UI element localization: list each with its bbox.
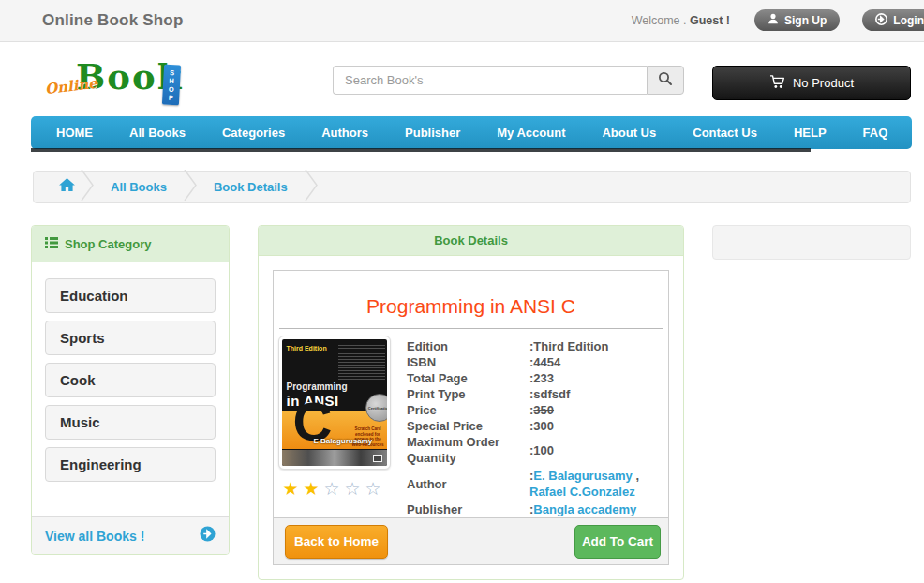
detail-label: Publisher [407, 501, 529, 517]
star-empty-icon: ☆ [345, 479, 365, 499]
category-cook[interactable]: Cook [45, 363, 216, 397]
book-details-header: Book Details [259, 226, 683, 256]
detail-label: Total Page [407, 370, 529, 386]
shop-category-header: Shop Category [32, 226, 229, 262]
detail-row-isbn: ISBN :4454 [407, 354, 661, 370]
add-to-cart-button[interactable]: Add To Cart [574, 525, 661, 559]
monitor-icon [373, 455, 382, 462]
nav-item-faq[interactable]: FAQ [850, 116, 902, 149]
detail-value-text: Third Edition [533, 339, 608, 353]
book-details-list: Edition :Third Edition ISBN :4454 Total … [395, 329, 668, 517]
book-title-section: Programming in ANSI C [274, 271, 668, 329]
book-actions-footer: Back to Home Add To Cart [274, 517, 668, 564]
book-image-cell: Third Edition Programming in ANSI C Cert… [274, 329, 395, 517]
breadcrumb-chevron-icon [184, 170, 197, 204]
circle-arrow-icon [200, 526, 216, 546]
nav-item-authors[interactable]: Authors [308, 116, 381, 149]
cover-photo-strip [282, 450, 387, 466]
nav-item-about-us[interactable]: About Us [589, 116, 669, 149]
star-empty-icon: ☆ [365, 479, 386, 499]
cart-button[interactable]: No Product [712, 66, 911, 100]
search-icon [658, 71, 673, 89]
nav-item-all-books[interactable]: All Books [116, 116, 199, 149]
back-to-home-button[interactable]: Back to Home [285, 525, 388, 559]
star-filled-icon: ★ [303, 479, 323, 499]
detail-row-total-page: Total Page :233 [407, 370, 661, 386]
detail-label: Maximum Order Quantity [407, 434, 529, 466]
detail-row-author: Author :E. Balagurusamy , Rafael C.Gonza… [407, 468, 661, 500]
author-separator: , [633, 469, 639, 483]
welcome-user: Guest ! [690, 14, 730, 27]
breadcrumb-all-books[interactable]: All Books [111, 180, 167, 194]
nav-item-home[interactable]: HOME [43, 116, 106, 149]
welcome-text: Welcome . Guest ! [632, 14, 730, 27]
detail-label: Print Type [407, 386, 529, 402]
book-cover-image: Third Edition Programming in ANSI C Cert… [282, 339, 387, 466]
detail-row-price: Price :350 [407, 402, 661, 418]
detail-row-edition: Edition :Third Edition [407, 338, 661, 354]
nav-item-help[interactable]: HELP [781, 116, 840, 149]
footer-right-cell: Add To Cart [395, 518, 668, 564]
list-icon [45, 237, 58, 251]
nav-item-contact-us[interactable]: Contact Us [679, 116, 770, 149]
detail-row-special-price: Special Price :300 [407, 418, 661, 434]
login-button[interactable]: Login [862, 9, 924, 31]
shop-logo[interactable]: Online Book SHOP [45, 62, 195, 109]
detail-value: :350 [529, 402, 661, 418]
nav-item-my-account[interactable]: My Account [484, 116, 578, 149]
detail-label: ISBN [407, 354, 529, 370]
detail-label: Price [407, 402, 529, 418]
search-button[interactable] [647, 66, 684, 95]
detail-row-print-type: Print Type :sdfsdf [407, 386, 661, 402]
rating-stars: ★★☆☆☆ [282, 478, 385, 500]
category-education[interactable]: Education [45, 278, 216, 313]
signup-button[interactable]: Sign Up [754, 9, 840, 31]
book-cover-thumbnail: Third Edition Programming in ANSI C Cert… [278, 336, 391, 470]
breadcrumb-chevron-icon [305, 170, 318, 204]
author-link-1[interactable]: E. Balagurusamy [533, 469, 633, 483]
book-title: Programming in ANSI C [279, 295, 663, 318]
detail-label: Edition [407, 338, 529, 354]
topbar: Online Book Shop Welcome . Guest ! Sign … [0, 0, 924, 42]
home-icon[interactable] [59, 178, 75, 196]
search-input[interactable] [333, 66, 647, 95]
author-link-2[interactable]: Rafael C.Gonzalez [529, 485, 635, 499]
view-all-books-link[interactable]: View all Books ! [32, 516, 229, 554]
breadcrumb: All Books Book Details [33, 171, 911, 203]
detail-value: :Third Edition [529, 338, 661, 354]
cover-author: E Balagurusamy [314, 437, 373, 445]
login-label: Login [893, 14, 924, 27]
signup-label: Sign Up [784, 14, 827, 27]
topbar-right: Welcome . Guest ! Sign Up Login [632, 9, 924, 31]
breadcrumb-chevron-icon [81, 170, 94, 204]
publisher-link[interactable]: Bangla accademy [533, 502, 636, 516]
category-sports[interactable]: Sports [45, 321, 216, 355]
category-engineering[interactable]: Engineering [45, 447, 216, 482]
detail-value: :sdfsdf [529, 386, 661, 402]
site-title: Online Book Shop [42, 11, 184, 30]
detail-value-text: 4454 [533, 355, 560, 369]
nav-item-publisher[interactable]: Publisher [392, 116, 473, 149]
cover-edition-badge: Third Edition [287, 345, 327, 351]
cart-label: No Product [793, 76, 854, 90]
category-music[interactable]: Music [45, 405, 216, 440]
book-details-panel: Book Details Programming in ANSI C Third… [258, 225, 684, 580]
nav-item-categories[interactable]: Categories [209, 116, 298, 149]
detail-value: :233 [529, 370, 661, 386]
shop-category-panel: Shop Category Education Sports Cook Musi… [31, 225, 230, 555]
view-all-books-label: View all Books ! [45, 529, 144, 544]
breadcrumb-book-details[interactable]: Book Details [214, 180, 288, 194]
detail-value: :300 [529, 418, 661, 434]
online-book-shop-page: Online Book Shop Welcome . Guest ! Sign … [0, 0, 924, 583]
old-price: 350 [533, 403, 554, 417]
star-empty-icon: ☆ [323, 479, 344, 499]
navbar-shadow [31, 148, 811, 152]
main-nav: HOME All Books Categories Authors Publis… [31, 116, 912, 149]
welcome-prefix: Welcome . [632, 14, 690, 27]
detail-value: :4454 [529, 354, 661, 370]
book-details-title: Book Details [434, 233, 508, 247]
detail-row-max-order: Maximum Order Quantity :100 [407, 434, 661, 466]
detail-value: :100 [529, 442, 661, 458]
user-icon [768, 13, 779, 27]
detail-value-text: 233 [533, 371, 554, 385]
